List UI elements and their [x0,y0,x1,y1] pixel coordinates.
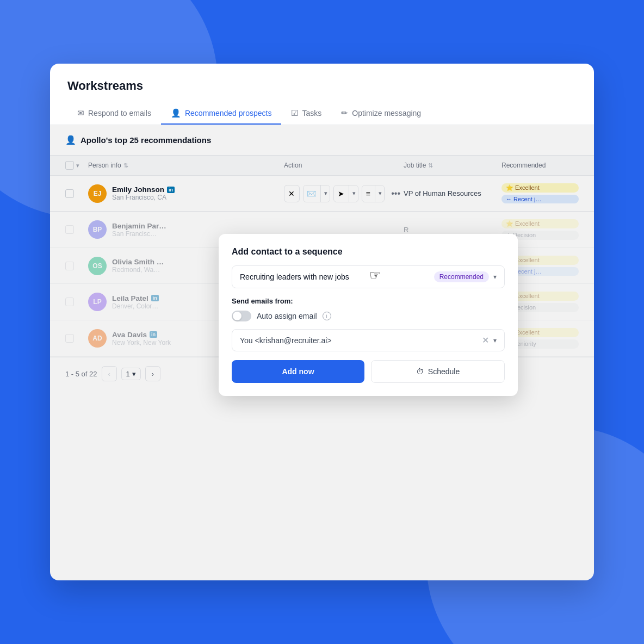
email-selector: You <krishan@recruiter.ai> ✕ ▾ [232,329,505,351]
modal-title: Add contact to a sequence [232,247,505,257]
header: Workstreams ✉ Respond to emails 👤 Recomm… [50,64,594,125]
modal-actions: Add now ⏱ Schedule [232,360,505,383]
sequence-chevron-icon: ▾ [493,273,497,281]
tab-messaging[interactable]: ✏ Optimize messaging [331,103,431,125]
auto-assign-row: Auto assign email i [232,311,505,321]
tabs: ✉ Respond to emails 👤 Recommended prospe… [67,103,577,125]
clock-icon: ⏱ [416,367,424,376]
modal-add-sequence: Add contact to a sequence Recruiting lea… [219,234,518,396]
email-chevron-icon[interactable]: ▾ [493,337,497,344]
add-now-button[interactable]: Add now [232,360,364,383]
tab-respond[interactable]: ✉ Respond to emails [67,103,161,125]
recommended-badge: Recommended [434,271,489,282]
mail-icon: ✉ [77,108,84,118]
tab-tasks[interactable]: ☑ Tasks [281,103,331,125]
person-icon: 👤 [171,108,181,118]
content: 👤 Apollo's top 25 recommendations ▾ Pers… [50,125,594,580]
app-title: Workstreams [67,79,577,93]
main-card: Workstreams ✉ Respond to emails 👤 Recomm… [50,64,594,580]
pencil-icon: ✏ [341,108,348,118]
send-emails-label: Send emails from: [232,297,505,305]
sequence-name: Recruiting leaders with new jobs [240,273,349,281]
sequence-selector[interactable]: Recruiting leaders with new jobs Recomme… [232,265,505,288]
email-right: ✕ ▾ [482,335,497,345]
info-icon[interactable]: i [323,312,331,320]
schedule-button[interactable]: ⏱ Schedule [371,360,505,383]
auto-assign-label: Auto assign email [257,312,317,320]
check-icon: ☑ [291,108,298,118]
clear-email-btn[interactable]: ✕ [482,335,489,345]
auto-assign-toggle[interactable] [232,311,251,321]
email-value: You <krishan@recruiter.ai> [240,336,332,345]
sequence-right: Recommended ▾ [434,271,497,282]
tab-prospects[interactable]: 👤 Recommended prospects [161,103,282,125]
